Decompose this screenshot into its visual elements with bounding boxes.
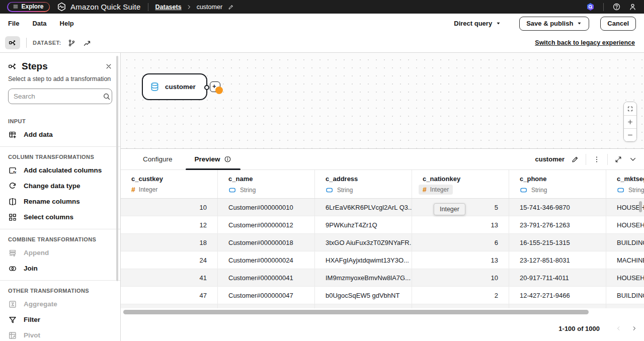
node-label: customer bbox=[165, 83, 196, 91]
kebab-menu-icon[interactable] bbox=[593, 155, 601, 163]
trend-view-icon[interactable] bbox=[83, 39, 92, 47]
sidebar-item-add-data[interactable]: Add data bbox=[0, 127, 120, 142]
table-cell-c_address: HXAFgIAyjxtdqwimt13Y3O... bbox=[315, 251, 412, 269]
type-tooltip: Integer bbox=[434, 203, 465, 215]
table-cell-c_phone: 16-155-215-1315 bbox=[509, 234, 606, 251]
vertical-scrollbar[interactable] bbox=[639, 201, 642, 212]
cancel-button[interactable]: Cancel bbox=[600, 17, 636, 31]
divider bbox=[607, 154, 608, 165]
next-page-button[interactable] bbox=[629, 323, 640, 334]
sidebar-scrollbar[interactable] bbox=[116, 56, 118, 281]
divider bbox=[26, 38, 27, 48]
sidebar-item-filter[interactable]: Filter bbox=[0, 312, 120, 327]
column-type-badge: # Integer bbox=[131, 185, 162, 195]
node-output-port[interactable] bbox=[204, 85, 209, 90]
search-input[interactable] bbox=[14, 93, 103, 100]
sidebar-subtitle: Select a step to add a transformation bbox=[0, 72, 120, 82]
sidebar-section-input: INPUT Add data bbox=[0, 111, 120, 146]
divider bbox=[148, 3, 148, 11]
column-name: c_mktsegment bbox=[617, 175, 644, 183]
sidebar-item-change-data-type[interactable]: Change data type bbox=[0, 178, 120, 194]
section-label: COLUMN TRANSFORMATIONS bbox=[0, 147, 120, 162]
sidebar-item-rename-columns[interactable]: Rename columns bbox=[0, 194, 120, 209]
branch-view-icon[interactable] bbox=[67, 39, 76, 47]
quick-assistant-icon[interactable] bbox=[586, 3, 595, 11]
menu-data[interactable]: Data bbox=[32, 20, 46, 27]
hamburger-menu-icon bbox=[13, 4, 19, 10]
flow-canvas[interactable]: customer + bbox=[121, 53, 644, 148]
expand-panel-icon[interactable] bbox=[614, 155, 622, 163]
column-name: c_custkey bbox=[131, 175, 217, 183]
help-icon[interactable] bbox=[612, 3, 621, 11]
sidebar-item-label: Change data type bbox=[24, 182, 80, 190]
tab-configure[interactable]: Configure bbox=[132, 149, 184, 169]
chevron-right-icon bbox=[186, 4, 192, 10]
menu-help[interactable]: Help bbox=[60, 20, 74, 27]
add-step-button[interactable]: + bbox=[210, 81, 220, 92]
breadcrumb: Datasets customer bbox=[155, 4, 234, 11]
divider bbox=[586, 154, 586, 165]
table-cell-c_mktsegment: BUILDING bbox=[606, 287, 644, 304]
dataset-node-customer[interactable]: customer bbox=[142, 73, 207, 100]
section-label: COMBINE TRANSFORMATIONS bbox=[0, 229, 120, 245]
sidebar-item-add-calculated-columns[interactable]: fx Add calculated columns bbox=[0, 162, 120, 178]
tab-preview[interactable]: Preview bbox=[184, 149, 243, 169]
column-header-c_address[interactable]: c_address String bbox=[315, 170, 412, 198]
collapse-panel-chevron-icon[interactable] bbox=[629, 155, 637, 163]
close-sidebar-icon[interactable] bbox=[105, 63, 112, 70]
table-cell-c_phone: 12-427-271-9466 bbox=[509, 287, 606, 304]
table-cell-c_custkey: 18 bbox=[121, 234, 218, 251]
save-publish-button[interactable]: Save & publish bbox=[519, 17, 589, 31]
sidebar-item-select-columns[interactable]: Select columns bbox=[0, 209, 120, 225]
explore-label: Explore bbox=[22, 3, 44, 10]
table-cell-c_nationkey: 10 bbox=[412, 269, 509, 286]
data-preview-table: c_custkey # Integer c_name String c_addr… bbox=[121, 170, 644, 316]
change-data-type-icon bbox=[8, 182, 17, 191]
horizontal-scrollbar-thumb[interactable] bbox=[123, 310, 589, 314]
column-header-c_phone[interactable]: c_phone String bbox=[509, 170, 606, 198]
table-cell-c_address: 3txGO AiuFux3zT0Z9NYaFR... bbox=[315, 234, 412, 251]
previous-page-button[interactable] bbox=[613, 323, 624, 334]
caret-down-icon bbox=[496, 21, 501, 26]
table-cell-c_mktsegment: MACHINERY bbox=[606, 251, 644, 269]
pivot-icon bbox=[8, 331, 17, 340]
table-cell-c_address: 9PWKuhzT4Zr1Q bbox=[315, 216, 412, 233]
edit-name-pencil-icon[interactable] bbox=[228, 4, 234, 10]
breadcrumb-datasets-link[interactable]: Datasets bbox=[155, 4, 182, 11]
preview-node-name: customer bbox=[535, 155, 565, 163]
zoom-out-button[interactable] bbox=[624, 128, 636, 141]
zoom-in-button[interactable] bbox=[624, 115, 636, 128]
column-header-c_name[interactable]: c_name String bbox=[218, 170, 315, 198]
column-header-c_mktsegment[interactable]: c_mktsegment String bbox=[606, 170, 644, 198]
menu-file[interactable]: File bbox=[8, 20, 19, 27]
string-type-icon bbox=[228, 186, 236, 194]
sidebar-item-label: Join bbox=[24, 265, 38, 272]
column-name: c_nationkey bbox=[423, 175, 509, 183]
pagination-range: 1-100 of 1000 bbox=[558, 325, 600, 332]
user-account-icon[interactable] bbox=[628, 3, 637, 11]
select-columns-icon bbox=[8, 213, 17, 222]
explore-button[interactable]: Explore bbox=[7, 2, 50, 12]
table-cell-c_nationkey: 6 bbox=[412, 234, 509, 251]
legacy-experience-link[interactable]: Switch back to legacy experience bbox=[535, 39, 635, 46]
quick-suite-logo-icon bbox=[57, 2, 66, 12]
chevron-left-icon bbox=[615, 325, 621, 331]
join-icon bbox=[8, 264, 17, 273]
table-cell-c_custkey: 47 bbox=[121, 287, 218, 304]
table-cell-c_phone: 15-741-346-9870 bbox=[509, 199, 606, 216]
pagination-bar: 1-100 of 1000 bbox=[121, 316, 644, 341]
dataset-toolbar: DATASET: Switch back to legacy experienc… bbox=[0, 33, 644, 53]
table-cell-c_name: Customer#000000024 bbox=[218, 251, 315, 269]
table-cell-c_mktsegment: HOUSEHOLD bbox=[606, 269, 644, 286]
steps-panel-toggle-button[interactable] bbox=[5, 36, 20, 49]
plus-icon bbox=[627, 119, 633, 125]
query-mode-dropdown[interactable]: Direct query bbox=[454, 20, 501, 27]
column-header-c_custkey[interactable]: c_custkey # Integer bbox=[121, 170, 218, 198]
fit-view-button[interactable] bbox=[624, 102, 636, 115]
table-cell-c_name: Customer#000000047 bbox=[218, 287, 315, 304]
column-header-c_nationkey[interactable]: c_nationkey # Integer bbox=[412, 170, 509, 198]
rename-pencil-icon[interactable] bbox=[571, 155, 579, 163]
sidebar-item-join[interactable]: Join bbox=[0, 261, 120, 276]
sidebar-section-combine-transformations: COMBINE TRANSFORMATIONS Append Join bbox=[0, 229, 120, 280]
sidebar-item-label: Filter bbox=[24, 316, 40, 323]
